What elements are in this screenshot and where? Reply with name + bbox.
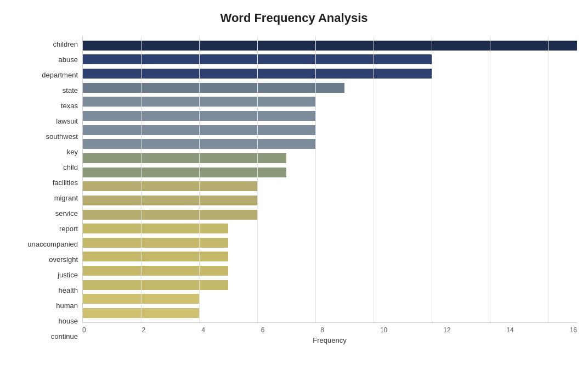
bar-row xyxy=(83,222,577,235)
bar-row xyxy=(83,68,577,80)
bars-and-x: 0246810121416 Frequency xyxy=(82,36,577,344)
bar xyxy=(83,238,228,248)
bar-row xyxy=(83,265,577,277)
y-label: department xyxy=(42,71,78,79)
y-label: children xyxy=(53,41,78,48)
bar-row xyxy=(83,110,577,122)
grid-line xyxy=(141,36,142,322)
y-label: house xyxy=(59,317,78,325)
x-tick: 6 xyxy=(261,326,265,334)
y-label: texas xyxy=(61,102,78,109)
bar xyxy=(83,280,228,290)
chart-title: Word Frequency Analysis xyxy=(11,11,577,25)
grid-line xyxy=(432,36,432,322)
grid-line xyxy=(257,36,258,322)
y-label: health xyxy=(59,287,78,294)
chart-area: childrenabusedepartmentstatetexaslawsuit… xyxy=(11,36,577,344)
bar-row xyxy=(83,250,577,263)
y-label: lawsuit xyxy=(56,118,78,125)
grid-line xyxy=(374,36,374,322)
bar-row xyxy=(83,166,577,178)
grid-line xyxy=(315,36,316,322)
y-label: child xyxy=(63,164,78,171)
bar xyxy=(83,210,257,220)
y-label: abuse xyxy=(59,56,78,63)
y-label: oversight xyxy=(49,256,78,263)
x-tick: 4 xyxy=(201,326,205,334)
y-label: key xyxy=(67,148,78,155)
bar-row xyxy=(83,152,577,164)
y-label: migrant xyxy=(54,194,78,202)
bar xyxy=(83,252,228,261)
bar-row xyxy=(83,40,577,52)
bar xyxy=(83,168,286,177)
y-label: facilities xyxy=(53,179,78,186)
bar-row xyxy=(83,124,577,136)
y-label: southwest xyxy=(46,133,78,140)
bar-row xyxy=(83,307,577,319)
y-label: service xyxy=(55,210,78,217)
x-tick: 12 xyxy=(443,326,450,334)
bar-row xyxy=(83,180,577,192)
grid-line xyxy=(548,36,549,322)
x-axis-label: Frequency xyxy=(82,336,577,344)
x-tick: 10 xyxy=(380,326,387,334)
bar-row xyxy=(83,237,577,249)
bar-row xyxy=(83,293,577,305)
grid-line xyxy=(199,36,200,322)
bar xyxy=(83,41,577,51)
bar xyxy=(83,181,257,191)
y-label: human xyxy=(56,302,78,309)
bar-row xyxy=(83,209,577,221)
bar-row xyxy=(83,279,577,291)
y-label: unaccompanied xyxy=(27,241,78,248)
bar xyxy=(83,153,286,163)
y-label: report xyxy=(59,225,78,232)
x-tick: 2 xyxy=(142,326,146,334)
grid-line xyxy=(490,36,490,322)
y-label: state xyxy=(63,87,78,94)
bar-row xyxy=(83,138,577,150)
bar-row xyxy=(83,82,577,94)
bars-inner xyxy=(83,36,577,322)
bar xyxy=(83,83,344,93)
bar-row xyxy=(83,96,577,108)
x-tick: 16 xyxy=(570,326,577,334)
bar-row xyxy=(83,194,577,207)
bar xyxy=(83,196,257,205)
y-label: continue xyxy=(51,333,78,340)
bar xyxy=(83,224,228,233)
x-axis: 0246810121416 xyxy=(82,323,577,334)
chart-container: Word Frequency Analysis childrenabusedep… xyxy=(0,0,588,385)
y-label: justice xyxy=(58,271,78,278)
x-tick: 8 xyxy=(320,326,324,334)
bar-row xyxy=(83,53,577,65)
bar xyxy=(83,266,228,276)
x-tick: 0 xyxy=(82,326,86,334)
y-axis-labels: childrenabusedepartmentstatetexaslawsuit… xyxy=(11,36,82,344)
bars-section xyxy=(82,36,577,323)
x-tick: 14 xyxy=(506,326,513,334)
